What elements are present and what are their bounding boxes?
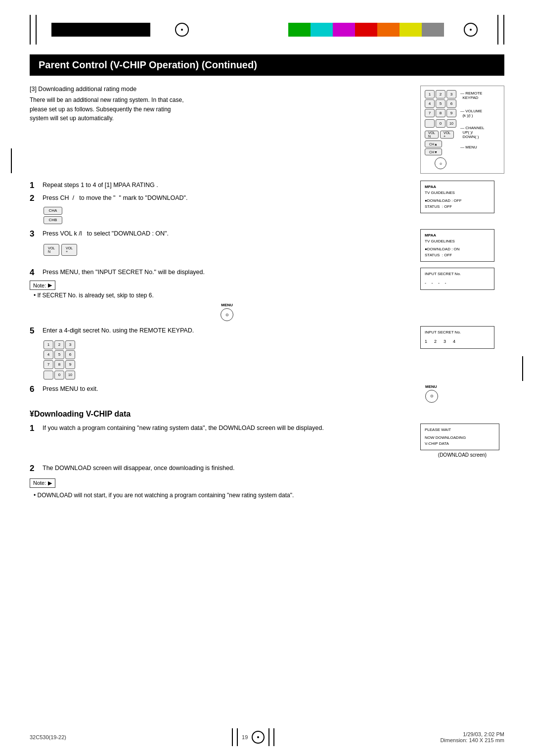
- step-6-menu-btn: MENU ⊙: [420, 384, 504, 403]
- download-screen-caption: (DOWNLOAD screen): [420, 452, 504, 458]
- dl-step-1-num: 1: [30, 424, 39, 433]
- menu-label: — MENU: [460, 145, 484, 149]
- key-7: 7: [425, 109, 435, 117]
- ch-down-btn: CH▼: [425, 148, 442, 155]
- tv-screen-step2: MPAA TV GUIDELINES ●DOWNLOAD : OFF STATU…: [420, 181, 494, 213]
- reg-mark-line-right2: [503, 15, 504, 45]
- step-3-number: 3: [30, 229, 39, 239]
- step-3-row: 3 Press VOL k /l to select "DOWNLOAD : O…: [30, 229, 410, 239]
- section3-header: [3] Downloading additional rating mode: [30, 86, 410, 93]
- dl-step-1-screen: PLEASE WAIT NOW DOWNLOADING V-CHIP DATA …: [420, 424, 504, 458]
- step-3-desc: Press VOL k /l to select "DOWNLOAD : ON"…: [43, 229, 169, 238]
- step-3-layout: 3 Press VOL k /l to select "DOWNLOAD : O…: [30, 229, 504, 262]
- tv-status-off-3: STATUS : OFF: [425, 252, 490, 258]
- step-6-text: 6 Press MENU to exit.: [30, 384, 410, 396]
- step-6-desc: Press MENU to exit.: [43, 384, 98, 394]
- step-1-row: 1 Repeat steps 1 to 4 of [1] MPAA RATING…: [30, 181, 410, 190]
- key-4: 4: [425, 99, 435, 108]
- menu-btn-diagram: ⊙: [435, 157, 446, 169]
- kp-4: 4: [44, 350, 53, 359]
- tv-guidelines-3: TV GUIDELINES: [425, 238, 490, 244]
- step-4-menu-btn: MENU ⊙: [44, 303, 410, 321]
- key-1: 1: [425, 90, 435, 98]
- step-2-ch-buttons: CHA CHB: [44, 207, 410, 224]
- footer-circle: [252, 731, 265, 744]
- tv-download-off: ●DOWNLOAD : OFF: [425, 198, 490, 204]
- step-3-screen: MPAA TV GUIDELINES ●DOWNLOAD : ON STATUS…: [420, 229, 504, 262]
- page-number: 19: [242, 734, 248, 740]
- footer-center: 19: [232, 728, 274, 746]
- step-4-screen: INPUT SECRET No. - - - -: [420, 268, 504, 290]
- kp-5: 5: [54, 350, 64, 359]
- steps-1-2-layout: 1 Repeat steps 1 to 4 of [1] MPAA RATING…: [30, 181, 504, 224]
- tv-screen-step5: INPUT SECRET No. 1 2 3 4: [420, 326, 494, 349]
- step-5-desc: Enter a 4-digit secret No. using the REM…: [43, 326, 194, 335]
- tv-status-off: STATUS : OFF: [425, 204, 490, 210]
- footer-line-left: [232, 728, 233, 746]
- tv-screen-step4: INPUT SECRET No. - - - -: [420, 268, 494, 290]
- remote-labels: — REMOTE KEYPAD — VOLUME (k )(l ) — CHAN…: [460, 90, 484, 169]
- kp-10: 10: [65, 371, 75, 379]
- top-decorative-bar: [0, 15, 534, 45]
- note-box-4: Note: ▶: [30, 281, 410, 290]
- step-5-screen: INPUT SECRET No. 1 2 3 4: [420, 326, 504, 349]
- reg-mark-line-left: [30, 15, 31, 45]
- vol-down-btn: VOLN: [425, 131, 439, 139]
- step-4-layout: 4 Press MENU, then "INPUT SECRET No." wi…: [30, 268, 504, 321]
- dl-step-2-row: 2 The DOWNLOAD screen will disappear, on…: [30, 464, 504, 473]
- dl-note-box: Note: ▶: [30, 478, 504, 488]
- key-2: 2: [436, 90, 445, 98]
- black-bar-decoration: [51, 23, 150, 37]
- key-9: 9: [446, 109, 456, 117]
- kp-1: 1: [44, 340, 53, 349]
- key-3: 3: [446, 90, 456, 98]
- step-3-vol-buttons: VOLN VOL+: [44, 244, 410, 256]
- note-text-4: • If SECRET No. is already set, skip to …: [34, 292, 410, 299]
- kp-9: 9: [65, 360, 75, 369]
- tv-download-on: ●DOWNLOAD : ON: [425, 246, 490, 252]
- section3-text: [3] Downloading additional rating mode T…: [30, 86, 410, 123]
- tv-now-downloading: NOW DOWNLOADING: [425, 435, 495, 441]
- dl-note-text: • DOWNLOAD will not start, if you are no…: [34, 492, 504, 499]
- tv-guidelines: TV GUIDELINES: [425, 190, 490, 196]
- steps-1-2-text: 1 Repeat steps 1 to 4 of [1] MPAA RATING…: [30, 181, 410, 224]
- kp-empty: [44, 371, 53, 379]
- key-10: 10: [446, 119, 456, 128]
- note-label-4: Note:: [33, 283, 46, 288]
- step-6-row: 6 Press MENU to exit.: [30, 384, 410, 394]
- reg-mark-line-right: [497, 15, 498, 45]
- dl-step-1-layout: 1 If you watch a program containing "new…: [30, 424, 504, 458]
- registration-mark-top: [175, 23, 189, 37]
- step-1-text: Repeat steps 1 to 4 of [1] MPAA RATING .: [43, 181, 158, 190]
- key-0: 0: [436, 119, 445, 128]
- step-1-number: 1: [30, 181, 39, 190]
- tv-screen-step3: MPAA TV GUIDELINES ●DOWNLOAD : ON STATUS…: [420, 229, 494, 262]
- menu-circle-6: ⊙: [425, 390, 438, 403]
- step-5-row: 5 Enter a 4-digit secret No. using the R…: [30, 326, 410, 336]
- kp-7: 7: [44, 360, 53, 369]
- ch-a-btn: CHA: [44, 207, 62, 215]
- main-content: Parent Control (V-CHIP Operation) (Conti…: [30, 54, 504, 716]
- tv-please-wait-text: PLEASE WAIT: [425, 427, 495, 433]
- reg-mark-line-left2: [36, 15, 37, 45]
- dl-note-label: Note:: [33, 480, 46, 486]
- vol-n-btn: VOLN: [44, 244, 59, 256]
- step-2-screen: MPAA TV GUIDELINES ●DOWNLOAD : OFF STATU…: [420, 181, 504, 213]
- section3-description: There will be an additional new rating s…: [30, 95, 410, 123]
- kp-2: 2: [54, 340, 64, 349]
- tv-mpaa: MPAA: [425, 184, 490, 190]
- section3-intro: [3] Downloading additional rating mode T…: [30, 86, 504, 174]
- registration-mark-top-right: [464, 23, 478, 37]
- dl-step-2-num: 2: [30, 464, 39, 473]
- step-4-text: 4 Press MENU, then "INPUT SECRET No." wi…: [30, 268, 410, 321]
- tv-input-secret: INPUT SECRET No.: [425, 271, 490, 277]
- right-reg-mark: [522, 356, 523, 381]
- footer-right: 1/29/03, 2:02 PM Dimension: 140 X 215 mm: [440, 731, 504, 743]
- remote-keypad-label: — REMOTE KEYPAD: [460, 91, 484, 100]
- tv-dashes: - - - -: [425, 280, 490, 287]
- key-8: 8: [436, 109, 445, 117]
- step-6-number: 6: [30, 384, 39, 394]
- tv-mpaa-3: MPAA: [425, 233, 490, 238]
- step-5-number: 5: [30, 326, 39, 336]
- key-6: 6: [446, 99, 456, 108]
